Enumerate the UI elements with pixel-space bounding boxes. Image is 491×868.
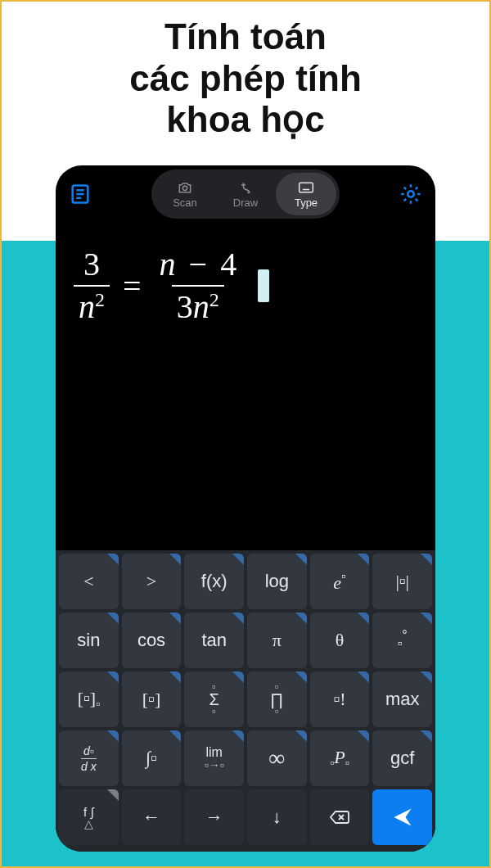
history-icon <box>69 183 92 206</box>
svg-rect-5 <box>300 183 313 192</box>
tab-type-label: Type <box>295 197 318 209</box>
key-submit[interactable] <box>372 789 432 845</box>
key-less-than[interactable]: < <box>59 554 119 609</box>
key-sum[interactable]: ▫ Σ ▫ <box>184 671 244 727</box>
key-backspace[interactable] <box>310 789 370 845</box>
camera-icon <box>177 180 193 195</box>
key-degree[interactable]: ▫° <box>372 613 432 668</box>
title-line-3: khoa học <box>2 99 489 141</box>
fraction-right: n − 4 3n2 <box>155 247 242 324</box>
equals-sign: = <box>123 267 142 305</box>
key-log[interactable]: log <box>247 554 307 609</box>
key-arrow-down[interactable]: ↓ <box>247 789 307 845</box>
key-integral[interactable]: ∫▫ <box>122 730 182 786</box>
math-keyboard: < > f(x) log e▫ |▫| sin cos tan π θ ▫° [… <box>56 550 435 852</box>
key-permutation[interactable]: ▫P▫ <box>310 730 370 786</box>
equation-input-area[interactable]: 3 n2 = n − 4 3n2 <box>56 223 435 550</box>
key-shift-mode[interactable]: f ∫ △ <box>59 789 119 845</box>
key-bracket-subscript[interactable]: [▫]▫ <box>59 671 119 727</box>
key-arrow-left[interactable]: ← <box>122 789 182 845</box>
key-derivative[interactable]: d▫ d x <box>59 730 119 786</box>
key-gcf[interactable]: gcf <box>372 730 432 786</box>
key-e-power[interactable]: e▫ <box>310 554 370 609</box>
svg-point-4 <box>182 186 187 190</box>
history-button[interactable] <box>69 183 92 206</box>
key-matrix[interactable]: [▫] <box>122 671 182 727</box>
fraction-left: 3 n2 <box>74 247 110 324</box>
tab-type[interactable]: Type <box>276 173 336 215</box>
key-infinity[interactable]: ∞ <box>247 730 307 786</box>
phone-frame: Scan Draw Type <box>56 165 435 852</box>
draw-icon <box>237 180 254 195</box>
left-denominator: n2 <box>74 285 110 324</box>
settings-button[interactable] <box>399 183 422 206</box>
key-product[interactable]: ▫ ∏ ▫ <box>247 671 307 727</box>
left-numerator: 3 <box>77 247 106 285</box>
gear-icon <box>399 183 422 206</box>
key-function[interactable]: f(x) <box>184 554 244 609</box>
key-absolute-value[interactable]: |▫| <box>372 554 432 609</box>
right-numerator: n − 4 <box>155 247 242 285</box>
tab-scan[interactable]: Scan <box>155 173 215 215</box>
tab-draw-label: Draw <box>233 197 258 209</box>
tab-draw[interactable]: Draw <box>215 173 276 215</box>
title-line-2: các phép tính <box>2 58 489 100</box>
key-tan[interactable]: tan <box>184 613 244 668</box>
equation-display: 3 n2 = n − 4 3n2 <box>74 247 417 324</box>
key-greater-than[interactable]: > <box>122 554 182 609</box>
key-pi[interactable]: π <box>247 613 307 668</box>
key-arrow-right[interactable]: → <box>184 789 244 845</box>
title-line-1: Tính toán <box>2 16 489 58</box>
right-denominator: 3n2 <box>172 285 224 324</box>
input-mode-tabs: Scan Draw Type <box>151 170 340 219</box>
key-cos[interactable]: cos <box>122 613 182 668</box>
key-max[interactable]: max <box>372 671 432 727</box>
backspace-icon <box>328 806 351 829</box>
key-limit[interactable]: lim ▫→▫ <box>184 730 244 786</box>
app-topbar: Scan Draw Type <box>56 165 435 223</box>
tab-scan-label: Scan <box>173 197 197 209</box>
text-cursor <box>258 269 269 302</box>
key-theta[interactable]: θ <box>310 613 370 668</box>
svg-point-11 <box>408 191 413 197</box>
keyboard-icon <box>298 180 314 195</box>
send-icon <box>391 806 414 829</box>
key-sin[interactable]: sin <box>59 613 119 668</box>
key-factorial[interactable]: ▫! <box>310 671 370 727</box>
